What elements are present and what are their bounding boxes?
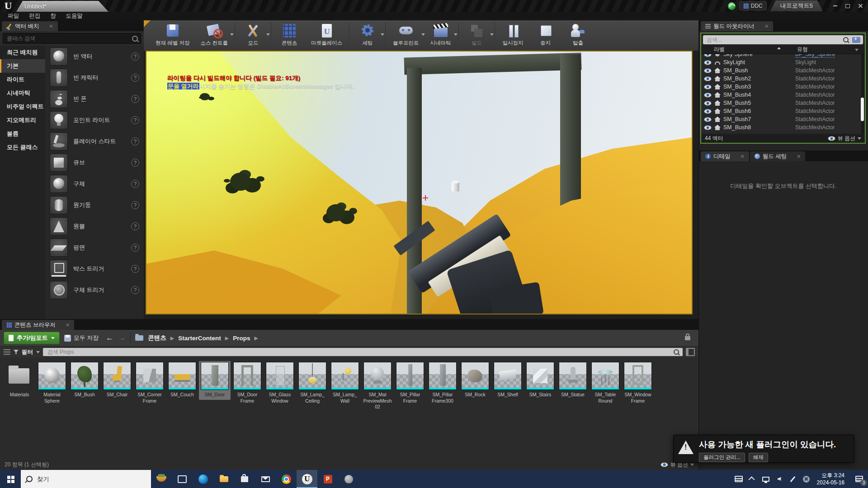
- asset-tile[interactable]: SM_Pillar Frame: [394, 361, 426, 406]
- maximize-button[interactable]: [842, 2, 854, 10]
- menu-item-0[interactable]: 파일: [3, 12, 24, 20]
- place-actor-item[interactable]: 원뿔?: [45, 216, 144, 237]
- taskbar-clock[interactable]: 오후 3:24 2024-05-16: [817, 472, 844, 486]
- toolbar-build-button[interactable]: 빌드: [461, 23, 493, 47]
- toolbar-pause-button[interactable]: 일시정지: [497, 23, 529, 47]
- asset-tile[interactable]: SM_Bush: [69, 361, 100, 400]
- close-icon[interactable]: ✕: [66, 322, 70, 328]
- taskbar-search-box[interactable]: [21, 470, 151, 488]
- place-actor-item[interactable]: 평면?: [45, 237, 144, 258]
- menu-item-2[interactable]: 창: [45, 12, 61, 20]
- outliner-row[interactable]: Sky SphereBP_Sky_Sphere: [701, 54, 865, 58]
- manage-plugins-button[interactable]: 플러그인 관리...: [699, 453, 745, 462]
- place-actor-item[interactable]: 빈 액터?: [45, 46, 144, 67]
- back-arrow-icon[interactable]: ←: [106, 333, 113, 343]
- widgets-tray-button[interactable]: [732, 470, 745, 488]
- forward-arrow-icon[interactable]: →: [118, 333, 126, 343]
- outliner-row[interactable]: SM_Bush8StaticMeshActor: [701, 123, 865, 131]
- place-actor-item[interactable]: 포인트 라이트?: [45, 109, 144, 131]
- eye-icon[interactable]: [704, 109, 712, 114]
- tab-content-browser[interactable]: 콘텐츠 브라우저 ✕: [2, 320, 74, 330]
- outliner-row[interactable]: SM_Bush5StaticMeshActor: [701, 99, 865, 107]
- help-icon[interactable]: ?: [131, 265, 139, 273]
- outliner-view-options[interactable]: 뷰 옵션: [828, 135, 861, 142]
- chevron-down-icon[interactable]: [36, 351, 40, 353]
- asset-tile[interactable]: SM_Rock: [459, 361, 491, 400]
- toolbar-stop-button[interactable]: 중지: [529, 23, 562, 47]
- eye-icon[interactable]: [704, 60, 712, 65]
- toolbar-marketplace-button[interactable]: 마켓플레이스: [306, 23, 348, 47]
- project-tab[interactable]: 내프로젝트5: [770, 0, 823, 11]
- place-actor-item[interactable]: 박스 트리거?: [45, 258, 144, 279]
- asset-tile[interactable]: SM_Lamp_ Ceiling: [297, 361, 328, 406]
- category-7[interactable]: 모든 클래스: [0, 141, 45, 154]
- asset-tile[interactable]: SM_Lamp_ Wall: [329, 361, 361, 406]
- place-actor-item[interactable]: 구체 트리거?: [45, 279, 144, 300]
- asset-tile[interactable]: SM_Door: [199, 361, 231, 400]
- menu-item-3[interactable]: 도움말: [61, 12, 88, 20]
- toolbar-content-button[interactable]: 콘텐츠: [273, 23, 306, 47]
- file-explorer-taskbar-button[interactable]: [213, 470, 234, 488]
- chevron-down-icon[interactable]: [454, 33, 458, 36]
- toolbar-eject-button[interactable]: 탈출: [562, 23, 594, 47]
- help-icon[interactable]: ?: [131, 244, 139, 252]
- place-actor-item[interactable]: 플레이어 스타트?: [45, 131, 144, 152]
- eye-icon[interactable]: [704, 117, 712, 122]
- new-folder-icon[interactable]: [852, 37, 860, 43]
- pen-tray-button[interactable]: [786, 470, 800, 488]
- start-button[interactable]: [0, 470, 21, 488]
- volume-tray-button[interactable]: [773, 470, 786, 488]
- outliner-row[interactable]: SM_Bush7StaticMeshActor: [701, 115, 865, 123]
- chevron-tray-button[interactable]: [745, 470, 759, 488]
- eye-icon[interactable]: [704, 84, 712, 89]
- dismiss-button[interactable]: 해제: [749, 453, 768, 462]
- help-icon[interactable]: ?: [131, 137, 139, 145]
- help-icon[interactable]: ?: [131, 180, 139, 188]
- view-settings-icon[interactable]: [4, 349, 10, 355]
- tab-place-actors[interactable]: 액터 배치 ✕: [2, 21, 58, 31]
- toolbar-save-button[interactable]: 현재 레벨 저장: [150, 23, 195, 47]
- toolbar-modes-button[interactable]: 모드: [237, 23, 269, 47]
- asset-tile[interactable]: SM_Door Frame: [231, 361, 263, 406]
- filter-label[interactable]: 필터: [22, 348, 33, 356]
- outliner-row[interactable]: SM_Bush3StaticMeshActor: [701, 83, 865, 91]
- asset-tile[interactable]: SM_Stairs: [524, 361, 556, 400]
- network-tray-button[interactable]: [759, 470, 773, 488]
- add-import-button[interactable]: 추가/임포트: [4, 332, 60, 344]
- outliner-row[interactable]: SM_Bush2StaticMeshActor: [701, 75, 865, 83]
- eye-icon[interactable]: [704, 125, 712, 130]
- class-search-input[interactable]: [6, 35, 132, 42]
- action-center-button[interactable]: 3: [850, 470, 868, 488]
- toolbar-settings-button[interactable]: 세팅: [351, 23, 384, 47]
- unreal-taskbar-button[interactable]: U: [297, 470, 317, 488]
- ddc-button[interactable]: DDC: [739, 1, 767, 10]
- circlex-tray-button[interactable]: [800, 470, 813, 488]
- help-icon[interactable]: ?: [131, 286, 139, 294]
- help-icon[interactable]: ?: [131, 74, 139, 82]
- gimp-taskbar-button[interactable]: [338, 470, 359, 488]
- edge-taskbar-button[interactable]: [193, 470, 213, 488]
- minimize-button[interactable]: [829, 2, 841, 10]
- chevron-down-icon[interactable]: [266, 33, 270, 36]
- help-icon[interactable]: ?: [131, 201, 139, 209]
- lock-icon[interactable]: [685, 336, 690, 340]
- category-0[interactable]: 최근 배치됨: [0, 46, 45, 59]
- help-icon[interactable]: ?: [131, 95, 139, 103]
- toolbar-blueprints-button[interactable]: 블루프린트: [387, 23, 425, 47]
- asset-tile[interactable]: SM_Corner Frame: [134, 361, 165, 406]
- tab-world-settings[interactable]: 월드 세팅 ✕: [750, 151, 806, 161]
- asset-tile[interactable]: Material Sphere: [36, 361, 68, 406]
- taskbar-search-input[interactable]: [36, 475, 146, 483]
- level-viewport[interactable]: 라이팅을 다시 빌드해야 합니다 (빌드 필요: 91개) 문을 열거라시지를 …: [146, 51, 693, 314]
- help-icon[interactable]: ?: [131, 159, 139, 167]
- place-actor-item[interactable]: 큐브?: [45, 152, 144, 173]
- category-6[interactable]: 볼륨: [0, 127, 45, 141]
- asset-tile[interactable]: SM_Pillar Frame300: [427, 361, 458, 406]
- type-filter-caret-icon[interactable]: [855, 49, 859, 51]
- eye-icon[interactable]: [704, 68, 712, 73]
- breadcrumb-item[interactable]: StarterContent: [178, 335, 221, 342]
- outliner-search-input[interactable]: [706, 36, 841, 43]
- menu-item-1[interactable]: 편집: [24, 12, 45, 20]
- breadcrumb-item[interactable]: Props: [233, 335, 250, 342]
- outliner-row[interactable]: SM_Bush6StaticMeshActor: [701, 107, 865, 115]
